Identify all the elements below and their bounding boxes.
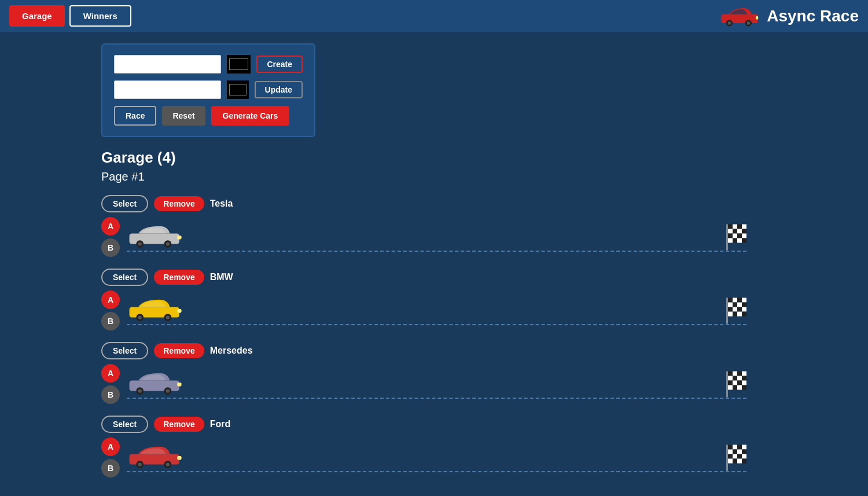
track-road xyxy=(127,443,746,472)
stop-engine-button[interactable]: B xyxy=(101,238,120,257)
svg-rect-29 xyxy=(177,456,181,460)
svg-rect-11 xyxy=(177,236,181,239)
finish-flag xyxy=(726,444,746,471)
svg-rect-5 xyxy=(756,16,758,20)
svg-point-22 xyxy=(166,389,170,392)
track: A B xyxy=(101,438,746,477)
track-road xyxy=(127,370,746,399)
car-name: Tesla xyxy=(210,199,233,209)
garage-nav-button[interactable]: Garage xyxy=(9,5,65,27)
update-color-input[interactable] xyxy=(227,80,249,99)
car-lane: Select Remove BMW A B xyxy=(101,269,868,330)
remove-button[interactable]: Remove xyxy=(154,417,204,432)
garage-title: Garage (4) xyxy=(101,149,868,167)
car-controls: Select Remove BMW xyxy=(101,269,868,286)
action-row: Race Reset Generate Cars xyxy=(114,106,303,126)
track: A B xyxy=(101,291,746,330)
update-row: Update xyxy=(114,80,303,99)
stop-engine-button[interactable]: B xyxy=(101,385,120,404)
svg-rect-23 xyxy=(177,383,181,386)
header: Garage Winners Async Race xyxy=(0,0,868,32)
stop-engine-button[interactable]: B xyxy=(101,312,120,330)
race-button[interactable]: Race xyxy=(114,106,156,126)
track-buttons: A B xyxy=(101,438,120,477)
create-text-input[interactable] xyxy=(114,55,221,74)
svg-point-14 xyxy=(138,315,142,319)
reset-button[interactable]: Reset xyxy=(162,106,205,126)
track-dashes xyxy=(127,251,746,252)
car-icon xyxy=(127,223,185,251)
car-controls: Select Remove Ford xyxy=(101,416,868,433)
create-button[interactable]: Create xyxy=(256,56,303,73)
svg-point-10 xyxy=(166,242,170,245)
car-icon xyxy=(127,443,185,472)
select-button[interactable]: Select xyxy=(101,269,148,286)
brand: Async Race xyxy=(719,5,859,28)
svg-point-28 xyxy=(166,462,170,466)
update-button[interactable]: Update xyxy=(255,81,303,98)
garage-section: Garage (4) Page #1 Select Remove Tesla A… xyxy=(101,149,868,477)
select-button[interactable]: Select xyxy=(101,416,148,433)
create-color-input[interactable] xyxy=(227,55,251,74)
finish-flag xyxy=(726,224,746,250)
track-road xyxy=(127,223,746,252)
nav-buttons: Garage Winners xyxy=(9,5,131,27)
car-lane: Select Remove Tesla A B xyxy=(101,195,868,257)
svg-rect-17 xyxy=(177,309,181,313)
car-name: BMW xyxy=(210,272,233,282)
start-engine-button[interactable]: A xyxy=(101,364,120,383)
track-buttons: A B xyxy=(101,291,120,330)
track: A B xyxy=(101,217,746,257)
start-engine-button[interactable]: A xyxy=(101,438,120,456)
brand-car-icon xyxy=(719,5,760,28)
car-icon xyxy=(127,370,185,398)
car-lane: Select Remove Ford A B xyxy=(101,416,868,477)
remove-button[interactable]: Remove xyxy=(154,270,204,285)
car-name: Mersedes xyxy=(210,346,253,356)
finish-flag xyxy=(726,297,746,324)
stop-engine-button[interactable]: B xyxy=(101,459,120,477)
svg-point-16 xyxy=(166,315,170,319)
generate-cars-button[interactable]: Generate Cars xyxy=(211,106,290,126)
page-label: Page #1 xyxy=(101,170,868,183)
svg-point-4 xyxy=(747,21,751,25)
svg-point-2 xyxy=(728,21,731,25)
select-button[interactable]: Select xyxy=(101,195,148,212)
car-lane: Select Remove Mersedes A B xyxy=(101,342,868,404)
svg-point-26 xyxy=(138,462,142,466)
track-road xyxy=(127,296,746,325)
track-buttons: A B xyxy=(101,364,120,404)
finish-flag xyxy=(726,371,746,397)
track-buttons: A B xyxy=(101,217,120,257)
track: A B xyxy=(101,364,746,404)
create-row: Create xyxy=(114,55,303,74)
car-icon xyxy=(127,296,185,325)
car-controls: Select Remove Mersedes xyxy=(101,342,868,359)
control-panel: Create Update Race Reset Generate Cars xyxy=(101,43,315,137)
car-name: Ford xyxy=(210,419,231,429)
brand-title: Async Race xyxy=(767,7,859,25)
svg-point-8 xyxy=(138,242,142,245)
remove-button[interactable]: Remove xyxy=(154,343,204,358)
track-dashes xyxy=(127,471,746,472)
track-dashes xyxy=(127,324,746,325)
car-controls: Select Remove Tesla xyxy=(101,195,868,212)
remove-button[interactable]: Remove xyxy=(154,196,204,211)
car-lanes: Select Remove Tesla A B Select xyxy=(101,195,868,477)
start-engine-button[interactable]: A xyxy=(101,217,120,236)
update-text-input[interactable] xyxy=(114,80,221,99)
select-button[interactable]: Select xyxy=(101,342,148,359)
winners-nav-button[interactable]: Winners xyxy=(69,5,131,27)
track-dashes xyxy=(127,398,746,399)
start-engine-button[interactable]: A xyxy=(101,291,120,309)
svg-point-20 xyxy=(138,389,142,392)
